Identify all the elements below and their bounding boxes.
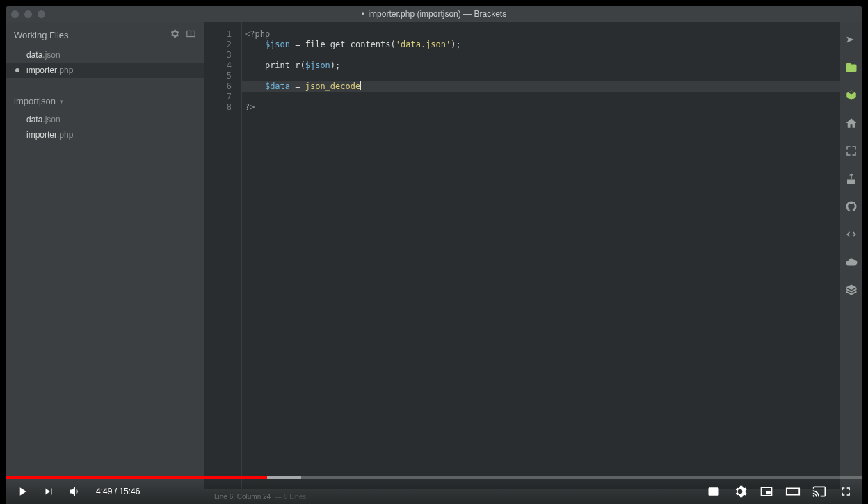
- line-number: 6: [204, 81, 241, 92]
- file-basename: importer: [26, 65, 57, 75]
- line-number: 7: [204, 92, 241, 102]
- settings-button[interactable]: [732, 483, 748, 500]
- line-gutter: 12345678: [204, 22, 242, 489]
- code-line[interactable]: $data = json_decode: [242, 81, 840, 92]
- folder-icon[interactable]: [845, 61, 858, 74]
- code-line[interactable]: $json = file_get_contents('data.json');: [242, 40, 840, 50]
- cloud-icon[interactable]: [845, 256, 858, 268]
- fullscreen-icon[interactable]: [845, 145, 858, 157]
- code-icon[interactable]: [845, 228, 858, 241]
- code-line[interactable]: [242, 50, 840, 60]
- titlebar: • importer.php (importjson) — Brackets: [6, 6, 862, 22]
- code-line[interactable]: <?php: [242, 29, 840, 40]
- fullscreen-button[interactable]: [837, 483, 854, 500]
- working-file-item[interactable]: importer.php: [6, 63, 204, 78]
- working-files-list: data.jsonimporter.php: [6, 47, 204, 78]
- next-button[interactable]: [40, 483, 57, 500]
- project-name: importjson: [14, 96, 56, 106]
- file-ext: .php: [57, 65, 73, 75]
- editor[interactable]: 12345678 <?php $json = file_get_contents…: [204, 22, 840, 489]
- home-icon[interactable]: [845, 117, 858, 129]
- extension-rail: [840, 22, 862, 489]
- theater-button[interactable]: [785, 483, 801, 500]
- video-total-time: 15:46: [119, 487, 140, 496]
- svg-rect-2: [709, 487, 719, 496]
- line-number: 1: [204, 29, 241, 40]
- stack-icon[interactable]: [845, 284, 858, 296]
- project-header[interactable]: importjson ▾: [6, 90, 204, 112]
- video-time: 4:49 / 15:46: [96, 487, 140, 496]
- project-file-item[interactable]: data.json: [6, 112, 204, 127]
- split-view-icon[interactable]: [186, 29, 195, 41]
- file-ext: .php: [57, 130, 73, 140]
- file-basename: data: [26, 50, 42, 60]
- code-line[interactable]: print_r($json);: [242, 60, 840, 71]
- code-area[interactable]: <?php $json = file_get_contents('data.js…: [242, 22, 840, 489]
- bolt-icon[interactable]: [845, 33, 858, 46]
- code-line[interactable]: [242, 92, 840, 102]
- dirty-indicator: •: [362, 9, 364, 19]
- cast-button[interactable]: [811, 483, 828, 500]
- close-icon[interactable]: [11, 10, 19, 18]
- line-number: 5: [204, 71, 241, 81]
- file-ext: .json: [42, 115, 60, 124]
- traffic-lights[interactable]: [11, 10, 45, 18]
- file-basename: data: [26, 115, 42, 124]
- window-title: • importer.php (importjson) — Brackets: [362, 9, 506, 19]
- github-icon[interactable]: [845, 200, 858, 213]
- play-button[interactable]: [14, 483, 31, 500]
- working-file-item[interactable]: data.json: [6, 47, 204, 63]
- volume-button[interactable]: [67, 483, 83, 500]
- line-number: 2: [204, 40, 241, 50]
- minimize-icon[interactable]: [24, 10, 32, 18]
- line-number: 4: [204, 60, 241, 71]
- box-icon[interactable]: [845, 89, 858, 101]
- project-file-item[interactable]: importer.php: [6, 127, 204, 143]
- chevron-down-icon: ▾: [60, 98, 63, 105]
- working-files-label: Working Files: [14, 30, 69, 40]
- app-window: • importer.php (importjson) — Brackets W…: [6, 6, 862, 504]
- svg-rect-5: [787, 488, 799, 494]
- gear-icon[interactable]: [170, 29, 179, 41]
- video-current-time: 4:49: [96, 487, 112, 496]
- file-basename: importer: [26, 130, 57, 140]
- code-line[interactable]: ?>: [242, 102, 840, 113]
- captions-button[interactable]: [705, 483, 722, 500]
- project-files-list: data.jsonimporter.php: [6, 112, 204, 143]
- svg-rect-4: [766, 491, 771, 494]
- miniplayer-button[interactable]: [758, 483, 775, 500]
- extract-icon[interactable]: [845, 172, 858, 185]
- file-ext: .json: [42, 50, 60, 60]
- video-controls: 4:49 / 15:46: [6, 479, 862, 504]
- line-number: 8: [204, 102, 241, 113]
- sidebar: Working Files data.jsonimporter.php impo…: [6, 22, 204, 489]
- main-area: Working Files data.jsonimporter.php impo…: [6, 22, 862, 489]
- working-files-header: Working Files: [6, 22, 204, 47]
- code-line[interactable]: [242, 71, 840, 81]
- window-title-text: importer.php (importjson) — Brackets: [368, 9, 506, 19]
- line-number: 3: [204, 50, 241, 60]
- zoom-icon[interactable]: [38, 10, 45, 18]
